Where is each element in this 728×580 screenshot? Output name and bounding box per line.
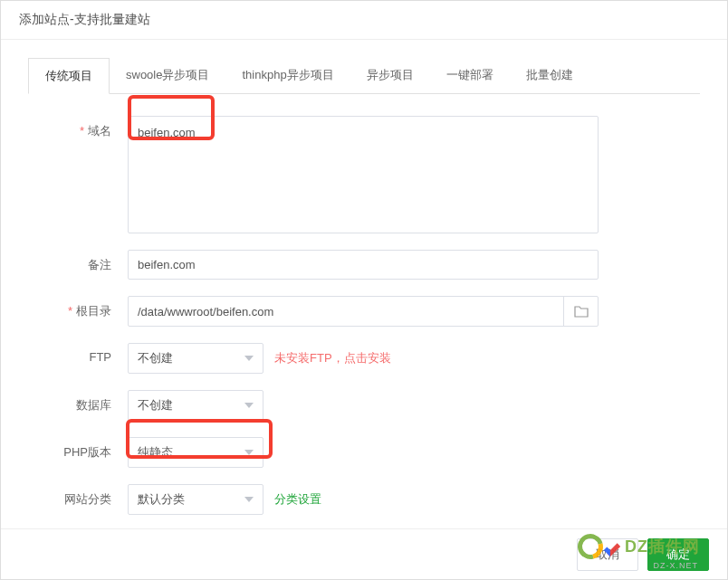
label-db: 数据库: [28, 390, 128, 414]
remark-input[interactable]: [128, 250, 599, 280]
db-select[interactable]: 不创建: [128, 390, 263, 421]
label-root: *根目录: [28, 296, 128, 319]
row-category: 网站分类 默认分类 分类设置: [28, 484, 700, 515]
category-select[interactable]: 默认分类: [128, 484, 263, 515]
chevron-down-icon: [244, 403, 254, 408]
row-ftp: FTP 不创建 未安装FTP，点击安装: [28, 343, 700, 374]
tab-traditional[interactable]: 传统项目: [28, 58, 110, 94]
tabs: 传统项目 swoole异步项目 thinkphp异步项目 异步项目 一键部署 批…: [28, 58, 700, 94]
add-site-modal: 添加站点-支持批量建站 传统项目 swoole异步项目 thinkphp异步项目…: [0, 0, 728, 580]
ftp-install-link[interactable]: 未安装FTP，点击安装: [274, 350, 391, 366]
browse-folder-button[interactable]: [563, 297, 598, 326]
row-domain: *域名 beifen.com: [28, 116, 700, 233]
ftp-select-value: 不创建: [138, 350, 173, 366]
row-db: 数据库 不创建: [28, 390, 700, 421]
label-domain: *域名: [28, 116, 128, 139]
label-remark: 备注: [28, 250, 128, 273]
chevron-down-icon: [244, 450, 254, 455]
row-remark: 备注: [28, 250, 700, 280]
db-select-value: 不创建: [138, 397, 173, 414]
tab-deploy[interactable]: 一键部署: [430, 58, 510, 93]
folder-icon: [574, 305, 589, 318]
tab-thinkphp[interactable]: thinkphp异步项目: [225, 58, 350, 93]
modal-footer: 取消 确定: [1, 528, 727, 579]
label-php: PHP版本: [28, 437, 128, 461]
root-input-wrap: [128, 296, 599, 327]
row-root: *根目录: [28, 296, 700, 327]
category-settings-link[interactable]: 分类设置: [274, 491, 321, 508]
modal-content: 传统项目 swoole异步项目 thinkphp异步项目 异步项目 一键部署 批…: [1, 40, 727, 515]
label-ftp: FTP: [28, 343, 128, 364]
label-category: 网站分类: [28, 484, 128, 508]
tab-batch[interactable]: 批量创建: [510, 58, 589, 93]
chevron-down-icon: [244, 497, 254, 502]
domain-input[interactable]: beifen.com: [128, 116, 599, 233]
php-select[interactable]: 纯静态: [128, 437, 263, 468]
category-select-value: 默认分类: [138, 491, 185, 508]
row-php: PHP版本 纯静态: [28, 437, 700, 468]
tab-async[interactable]: 异步项目: [350, 58, 430, 93]
confirm-button[interactable]: 确定: [647, 538, 709, 571]
tab-swoole[interactable]: swoole异步项目: [110, 58, 225, 93]
cancel-button[interactable]: 取消: [577, 538, 638, 571]
root-input[interactable]: [129, 298, 563, 326]
modal-title: 添加站点-支持批量建站: [1, 1, 727, 40]
chevron-down-icon: [244, 356, 254, 361]
php-select-value: 纯静态: [138, 444, 173, 461]
ftp-select[interactable]: 不创建: [128, 343, 263, 374]
